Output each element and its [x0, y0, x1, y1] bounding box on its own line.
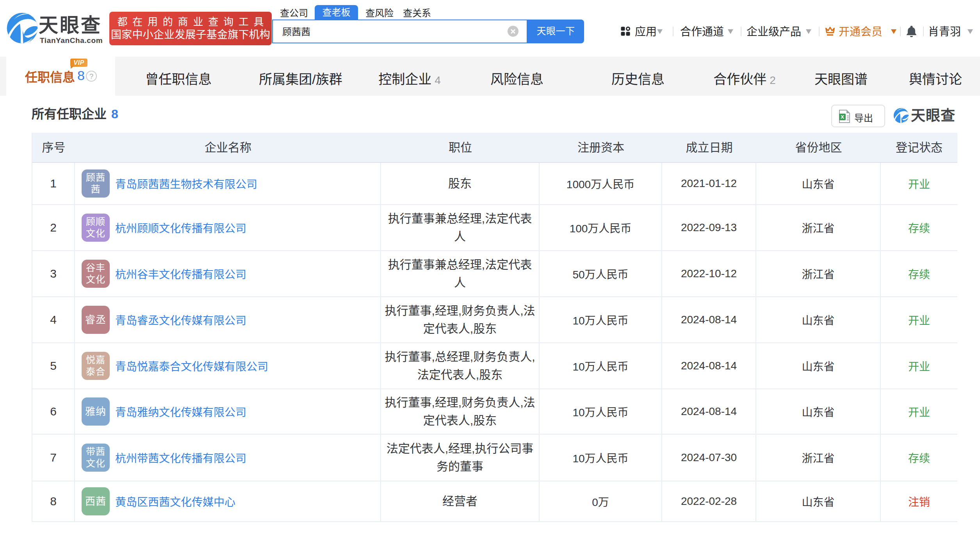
svg-text:X: X [841, 114, 844, 120]
